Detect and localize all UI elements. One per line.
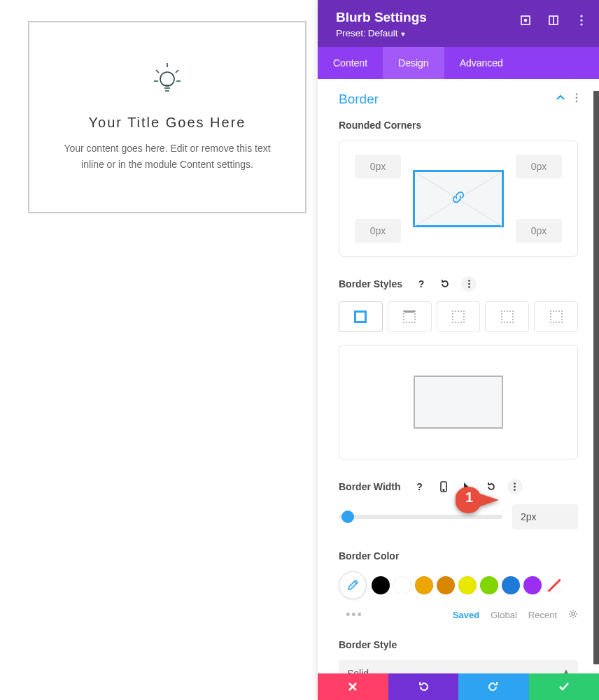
border-color-label: Border Color (339, 550, 578, 562)
svg-point-11 (468, 280, 470, 282)
hover-icon[interactable] (460, 479, 475, 494)
lightbulb-icon (151, 60, 183, 99)
redo-button[interactable] (458, 673, 529, 700)
select-arrows-icon: ▲▼ (563, 669, 570, 673)
options-icon[interactable] (461, 276, 477, 292)
color-swatch[interactable] (415, 576, 433, 594)
panel-header: Blurb Settings Preset: Default ▼ (318, 0, 599, 47)
corner-link-toggle[interactable] (413, 170, 504, 227)
svg-point-0 (160, 72, 174, 86)
corner-bottom-left-input[interactable] (355, 219, 401, 243)
corner-bottom-right-input[interactable] (516, 219, 562, 243)
help-icon[interactable]: ? (412, 479, 428, 494)
undo-button[interactable] (388, 673, 459, 700)
tab-design[interactable]: Design (383, 47, 444, 79)
palette-tab-recent[interactable]: Recent (528, 610, 557, 620)
svg-point-10 (576, 101, 578, 103)
settings-panel: Blurb Settings Preset: Default ▼ Content… (318, 0, 599, 700)
border-width-label: Border Width (339, 481, 401, 492)
palette-tab-global[interactable]: Global (491, 610, 517, 620)
save-button[interactable] (529, 673, 600, 700)
border-style-top[interactable] (388, 301, 432, 332)
columns-icon[interactable] (547, 14, 560, 27)
color-swatch[interactable] (502, 576, 520, 594)
color-picker-button[interactable] (339, 571, 367, 599)
border-style-value: Solid (339, 660, 578, 673)
module-content[interactable]: Your content goes here. Edit or remove t… (55, 141, 279, 173)
color-swatch[interactable] (523, 576, 542, 594)
panel-body: Border Rounded Corners (318, 79, 599, 673)
color-swatch[interactable] (458, 576, 477, 594)
svg-point-9 (576, 97, 578, 99)
color-swatch[interactable] (372, 576, 390, 594)
border-width-input[interactable]: 2px (512, 504, 578, 529)
link-icon (451, 190, 465, 207)
tab-content[interactable]: Content (318, 47, 383, 79)
section-more-icon[interactable] (575, 93, 578, 106)
border-preview (339, 345, 578, 459)
color-swatch[interactable] (393, 576, 411, 594)
tab-advanced[interactable]: Advanced (444, 47, 519, 79)
svg-point-5 (580, 15, 582, 17)
help-icon[interactable]: ? (414, 276, 429, 292)
more-icon[interactable] (575, 14, 588, 27)
border-preview-rect (414, 376, 503, 429)
svg-point-17 (514, 486, 516, 488)
border-style-right[interactable] (437, 301, 481, 332)
canvas-area: Your Title Goes Here Your content goes h… (0, 0, 318, 700)
caret-down-icon: ▼ (400, 31, 407, 38)
color-swatch-none[interactable] (545, 576, 563, 594)
border-width-slider[interactable] (339, 515, 502, 519)
preset-value: Default (368, 28, 398, 38)
scrollbar[interactable] (593, 91, 599, 664)
svg-point-19 (572, 613, 575, 615)
svg-point-16 (514, 483, 516, 485)
svg-point-2 (525, 20, 527, 22)
border-style-select[interactable]: Solid ▲▼ (339, 660, 578, 673)
module-title[interactable]: Your Title Goes Here (89, 115, 246, 131)
svg-point-6 (580, 19, 582, 21)
border-styles-label: Border Styles (339, 278, 402, 290)
svg-point-13 (468, 286, 470, 288)
svg-point-7 (580, 23, 582, 25)
color-swatch[interactable] (480, 576, 498, 594)
options-icon[interactable] (507, 479, 523, 494)
svg-point-12 (468, 283, 470, 285)
palette-settings-icon[interactable] (568, 609, 578, 621)
slider-thumb[interactable] (341, 510, 354, 523)
corner-top-left-input[interactable] (355, 155, 401, 178)
preset-dropdown[interactable]: Preset: Default ▼ (336, 28, 581, 38)
border-styles-selector (339, 301, 578, 332)
reset-icon[interactable] (484, 479, 499, 494)
responsive-icon[interactable] (436, 479, 451, 494)
rounded-corners-label: Rounded Corners (339, 120, 578, 131)
preset-label: Preset: (336, 28, 366, 38)
close-button[interactable] (318, 673, 388, 700)
svg-point-15 (443, 490, 444, 491)
rounded-corners-control (339, 141, 578, 257)
panel-tabs: Content Design Advanced (318, 47, 599, 79)
palette-tab-saved[interactable]: Saved (453, 610, 479, 620)
border-style-label: Border Style (339, 639, 578, 650)
section-border-title[interactable]: Border (339, 92, 379, 107)
color-swatches (339, 571, 578, 599)
corner-top-right-input[interactable] (516, 155, 562, 178)
expand-icon[interactable] (519, 14, 532, 27)
blurb-module-preview[interactable]: Your Title Goes Here Your content goes h… (28, 21, 306, 213)
svg-point-18 (514, 489, 516, 491)
collapse-icon[interactable] (556, 93, 565, 106)
border-style-left[interactable] (534, 301, 578, 332)
color-swatch[interactable] (437, 576, 455, 594)
svg-point-8 (576, 94, 578, 96)
reset-icon[interactable] (437, 276, 453, 292)
panel-footer (318, 673, 599, 700)
more-colors-icon[interactable]: ••• (346, 608, 363, 622)
border-style-all[interactable] (339, 301, 383, 332)
border-style-bottom[interactable] (485, 301, 529, 332)
